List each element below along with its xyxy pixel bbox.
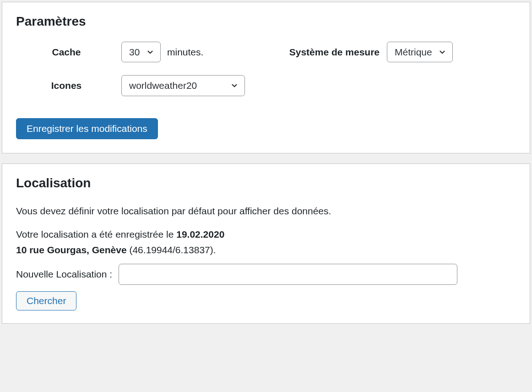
localisation-intro: Vous devez définir votre localisation pa… — [16, 203, 516, 219]
icons-label: Icones — [16, 80, 117, 91]
new-localisation-input[interactable] — [119, 264, 457, 285]
localisation-saved: Votre localisation a été enregistrée le … — [16, 227, 516, 257]
icons-field-group: worldweather20 — [121, 75, 268, 96]
icons-select-wrap: worldweather20 — [121, 75, 245, 96]
cache-select[interactable]: 30 — [121, 42, 161, 62]
cache-select-wrap: 30 — [121, 42, 161, 62]
measure-select[interactable]: Métrique — [387, 42, 453, 62]
localisation-heading: Localisation — [16, 176, 516, 191]
settings-grid: Cache 30 minutes. Système de mesure Métr… — [16, 42, 516, 96]
saved-date: 19.02.2020 — [176, 229, 224, 240]
settings-heading: Paramètres — [16, 14, 516, 29]
measure-label: Système de mesure — [272, 47, 382, 58]
localisation-panel: Localisation Vous devez définir votre lo… — [2, 163, 530, 324]
new-localisation-row: Nouvelle Localisation : — [16, 264, 516, 285]
measure-select-wrap: Métrique — [387, 42, 453, 62]
saved-coords: (46.19944/6.13837). — [127, 245, 216, 255]
saved-address: 10 rue Gourgas, Genève — [16, 245, 127, 255]
settings-panel: Paramètres Cache 30 minutes. Système de … — [2, 2, 530, 153]
icons-select[interactable]: worldweather20 — [121, 75, 245, 96]
cache-unit: minutes. — [167, 47, 203, 58]
cache-field-group: 30 minutes. — [121, 42, 268, 62]
measure-field-group: Métrique — [387, 42, 516, 62]
new-localisation-label: Nouvelle Localisation : — [16, 269, 112, 280]
search-button[interactable]: Chercher — [16, 291, 76, 310]
cache-label: Cache — [16, 47, 117, 58]
save-button[interactable]: Enregistrer les modifications — [16, 118, 158, 139]
saved-prefix: Votre localisation a été enregistrée le — [16, 229, 176, 240]
